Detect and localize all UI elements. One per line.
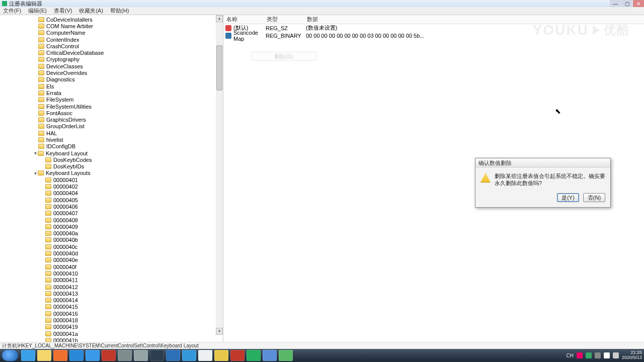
- tree-item[interactable]: 00000406: [0, 203, 216, 210]
- taskbar-app-app10[interactable]: [230, 350, 245, 361]
- tree-item[interactable]: DeviceClasses: [0, 63, 216, 69]
- tree-item[interactable]: HAL: [0, 130, 216, 136]
- taskbar-app-app7[interactable]: [166, 350, 180, 361]
- taskbar-app-app5[interactable]: [134, 350, 148, 361]
- tree-item[interactable]: ▾Keyboard Layout: [0, 150, 216, 156]
- tree-item[interactable]: Diagnostics: [0, 76, 216, 83]
- tree-item-label: 00000408: [53, 217, 78, 223]
- tree-item[interactable]: 0000041a: [0, 330, 216, 337]
- tree-item-label: 00000409: [53, 224, 78, 230]
- tree-item[interactable]: Errata: [0, 89, 216, 96]
- tree-item[interactable]: 00000401: [0, 176, 216, 183]
- registry-tree[interactable]: CoDeviceInstallersCOM Name ArbiterComput…: [0, 15, 216, 342]
- tree-item[interactable]: 00000414: [0, 297, 216, 303]
- taskbar-app-app6[interactable]: [150, 350, 164, 361]
- tree-item[interactable]: CrashControl: [0, 43, 216, 49]
- taskbar-app-app4[interactable]: [118, 350, 132, 361]
- start-button[interactable]: [2, 350, 18, 361]
- tree-item-label: 00000402: [53, 184, 78, 190]
- tree-item[interactable]: 00000415: [0, 304, 216, 310]
- minimize-button[interactable]: —: [610, 0, 621, 7]
- tree-item[interactable]: ▾Keyboard Layouts: [0, 170, 216, 176]
- close-button[interactable]: ✕: [633, 0, 644, 7]
- taskbar-app-app9[interactable]: [198, 350, 212, 361]
- tree-item[interactable]: DosKeybIDs: [0, 163, 216, 170]
- window-controls: — ▢ ✕: [609, 0, 644, 7]
- tree-item[interactable]: DosKeybCodes: [0, 156, 216, 163]
- tree-item[interactable]: 0000041b: [0, 337, 216, 342]
- tree-item[interactable]: FontAssoc: [0, 110, 216, 116]
- taskbar-app-app12[interactable]: [263, 350, 277, 361]
- scroll-up-button[interactable]: ▴: [216, 15, 223, 22]
- tray-network-icon[interactable]: [604, 352, 610, 358]
- tray-volume-icon[interactable]: [613, 352, 619, 358]
- tree-item[interactable]: CoDeviceInstallers: [0, 16, 216, 23]
- collapse-icon[interactable]: ▾: [33, 150, 38, 156]
- folder-icon: [45, 257, 51, 262]
- tree-item[interactable]: 00000404: [0, 190, 216, 197]
- tree-item[interactable]: Els: [0, 83, 216, 89]
- tray-icon[interactable]: [595, 352, 601, 358]
- tree-item[interactable]: 0000040f: [0, 263, 216, 270]
- header-type[interactable]: 类型: [264, 16, 304, 23]
- tree-item[interactable]: DeviceOverrides: [0, 69, 216, 76]
- menu-help[interactable]: 帮助(H): [110, 7, 129, 15]
- tree-item[interactable]: FileSystem: [0, 97, 216, 103]
- tree-item[interactable]: hivelist: [0, 136, 216, 143]
- taskbar-app-chrome[interactable]: [214, 350, 228, 361]
- taskbar-app-regedit[interactable]: [279, 350, 293, 361]
- tree-item[interactable]: 0000040b: [0, 237, 216, 243]
- tree-scrollbar[interactable]: ▴ ▾: [216, 15, 223, 335]
- tray-lang[interactable]: CH: [567, 353, 574, 358]
- taskbar-app-wmp[interactable]: [53, 350, 67, 361]
- tree-item[interactable]: 00000405: [0, 197, 216, 203]
- tree-item[interactable]: ContentIndex: [0, 36, 216, 43]
- folder-icon: [38, 77, 44, 82]
- tree-item[interactable]: 0000040d: [0, 250, 216, 256]
- maximize-button[interactable]: ▢: [621, 0, 632, 7]
- scroll-thumb[interactable]: [216, 45, 222, 90]
- menu-file[interactable]: 文件(F): [3, 7, 21, 15]
- tree-item[interactable]: 0000040a: [0, 230, 216, 237]
- tree-item[interactable]: 00000418: [0, 317, 216, 323]
- menu-edit[interactable]: 编辑(E): [28, 7, 47, 15]
- tree-item[interactable]: 00000402: [0, 183, 216, 190]
- tray-clock[interactable]: 21:25 2020/9/13: [622, 350, 642, 360]
- header-name[interactable]: 名称: [223, 16, 264, 23]
- menu-view[interactable]: 查看(V): [54, 7, 72, 15]
- tree-item[interactable]: 00000419: [0, 324, 216, 330]
- tree-item[interactable]: 00000407: [0, 210, 216, 217]
- tree-item[interactable]: 00000416: [0, 310, 216, 317]
- tree-item[interactable]: IDConfigDB: [0, 143, 216, 150]
- taskbar-app-app8[interactable]: [182, 350, 196, 361]
- menu-favorites[interactable]: 收藏夹(A): [79, 7, 103, 15]
- tree-item[interactable]: GroupOrderList: [0, 123, 216, 130]
- tree-item[interactable]: 00000412: [0, 284, 216, 290]
- collapse-icon[interactable]: ▾: [33, 170, 38, 176]
- tray-icon[interactable]: [577, 352, 583, 358]
- dialog-yes-button[interactable]: 是(Y): [557, 193, 579, 202]
- tree-item[interactable]: COM Name Arbiter: [0, 23, 216, 29]
- tree-item[interactable]: Cryptography: [0, 56, 216, 63]
- tree-item[interactable]: 00000410: [0, 270, 216, 277]
- tree-item-label: 00000414: [53, 297, 78, 303]
- tree-item[interactable]: FileSystemUtilities: [0, 103, 216, 110]
- tree-item[interactable]: CriticalDeviceDatabase: [0, 49, 216, 56]
- tree-item[interactable]: 00000413: [0, 290, 216, 297]
- taskbar-app-app1[interactable]: [69, 350, 84, 361]
- tree-item[interactable]: 00000408: [0, 217, 216, 223]
- tree-item[interactable]: GraphicsDrivers: [0, 116, 216, 123]
- tree-item[interactable]: 00000409: [0, 223, 216, 230]
- tray-icon[interactable]: [586, 352, 592, 358]
- taskbar-app-app2[interactable]: [86, 350, 100, 361]
- tree-item[interactable]: ComputerName: [0, 30, 216, 36]
- taskbar-app-app3[interactable]: [102, 350, 116, 361]
- dialog-no-button[interactable]: 否(N): [583, 193, 605, 202]
- tree-item[interactable]: 00000411: [0, 277, 216, 284]
- taskbar-app-ie[interactable]: [21, 350, 35, 361]
- scroll-down-button[interactable]: ▾: [216, 328, 223, 335]
- tree-item[interactable]: 0000040c: [0, 243, 216, 250]
- taskbar-app-explorer[interactable]: [37, 350, 51, 361]
- taskbar-app-app11[interactable]: [247, 350, 261, 361]
- tree-item[interactable]: 0000040e: [0, 257, 216, 263]
